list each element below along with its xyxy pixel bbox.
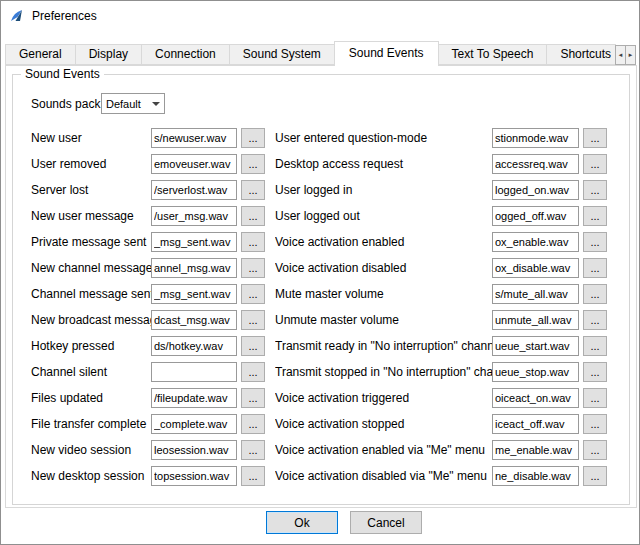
browse-button-right-2[interactable]: ... bbox=[583, 180, 607, 200]
sound-event-row-6: Channel message sent...Mute master volum… bbox=[31, 281, 607, 307]
tab-display[interactable]: Display bbox=[75, 44, 142, 65]
event-label-right-1: Desktop access request bbox=[275, 157, 492, 171]
browse-button-right-11[interactable]: ... bbox=[583, 414, 607, 434]
event-label-left-8: Hotkey pressed bbox=[31, 339, 151, 353]
sound-event-row-1: User removed...Desktop access request... bbox=[31, 151, 607, 177]
sound-event-row-8: Hotkey pressed...Transmit ready in "No i… bbox=[31, 333, 607, 359]
sound-file-input-left-8[interactable] bbox=[151, 336, 237, 356]
sound-file-input-right-7[interactable] bbox=[492, 310, 579, 330]
browse-button-right-7[interactable]: ... bbox=[583, 310, 607, 330]
browse-button-left-3[interactable]: ... bbox=[241, 206, 265, 226]
event-label-right-3: User logged out bbox=[275, 209, 492, 223]
sound-file-input-left-9[interactable] bbox=[151, 362, 237, 382]
browse-button-left-2[interactable]: ... bbox=[241, 180, 265, 200]
sound-file-input-left-6[interactable] bbox=[151, 284, 237, 304]
event-label-right-10: Voice activation triggered bbox=[275, 391, 492, 405]
browse-button-right-3[interactable]: ... bbox=[583, 206, 607, 226]
sound-file-input-right-11[interactable] bbox=[492, 414, 579, 434]
sounds-pack-select[interactable]: Default bbox=[101, 93, 165, 114]
sound-file-input-right-6[interactable] bbox=[492, 284, 579, 304]
sound-event-row-11: File transfer complete...Voice activatio… bbox=[31, 411, 607, 437]
sound-file-input-left-3[interactable] bbox=[151, 206, 237, 226]
event-label-right-9: Transmit stopped in "No interruption" ch… bbox=[275, 365, 492, 379]
sound-file-input-right-4[interactable] bbox=[492, 232, 579, 252]
browse-button-right-4[interactable]: ... bbox=[583, 232, 607, 252]
browse-button-right-12[interactable]: ... bbox=[583, 440, 607, 460]
sound-file-input-left-1[interactable] bbox=[151, 154, 237, 174]
sound-file-input-left-11[interactable] bbox=[151, 414, 237, 434]
sound-event-row-5: New channel message...Voice activation d… bbox=[31, 255, 607, 281]
sound-events-rows: New user...User entered question-mode...… bbox=[31, 125, 607, 489]
browse-button-right-13[interactable]: ... bbox=[583, 466, 607, 486]
cancel-button[interactable]: Cancel bbox=[350, 511, 422, 534]
browse-button-left-10[interactable]: ... bbox=[241, 388, 265, 408]
sound-file-input-left-4[interactable] bbox=[151, 232, 237, 252]
dropdown-arrow-icon bbox=[148, 102, 164, 106]
sound-file-input-right-8[interactable] bbox=[492, 336, 579, 356]
sounds-pack-row: Sounds pack Default bbox=[31, 93, 165, 114]
sound-file-input-left-0[interactable] bbox=[151, 128, 237, 148]
app-icon bbox=[9, 8, 25, 24]
event-label-left-13: New desktop session bbox=[31, 469, 151, 483]
browse-button-right-0[interactable]: ... bbox=[583, 128, 607, 148]
group-title: Sound Events bbox=[21, 67, 104, 81]
event-label-right-5: Voice activation disabled bbox=[275, 261, 492, 275]
browse-button-right-10[interactable]: ... bbox=[583, 388, 607, 408]
browse-button-right-1[interactable]: ... bbox=[583, 154, 607, 174]
browse-button-left-4[interactable]: ... bbox=[241, 232, 265, 252]
sound-file-input-left-12[interactable] bbox=[151, 440, 237, 460]
browse-button-right-6[interactable]: ... bbox=[583, 284, 607, 304]
tab-text-to-speech[interactable]: Text To Speech bbox=[438, 44, 548, 65]
browse-button-left-8[interactable]: ... bbox=[241, 336, 265, 356]
sound-file-input-right-2[interactable] bbox=[492, 180, 579, 200]
sound-file-input-right-13[interactable] bbox=[492, 466, 579, 486]
event-label-left-12: New video session bbox=[31, 443, 151, 457]
sound-file-input-right-12[interactable] bbox=[492, 440, 579, 460]
sound-file-input-right-10[interactable] bbox=[492, 388, 579, 408]
event-label-left-11: File transfer complete bbox=[31, 417, 151, 431]
sound-event-row-3: New user message...User logged out... bbox=[31, 203, 607, 229]
browse-button-left-6[interactable]: ... bbox=[241, 284, 265, 304]
tab-connection[interactable]: Connection bbox=[141, 44, 230, 65]
tab-bar: GeneralDisplayConnectionSound SystemSoun… bbox=[5, 41, 616, 66]
browse-button-right-8[interactable]: ... bbox=[583, 336, 607, 356]
sound-file-input-left-5[interactable] bbox=[151, 258, 237, 278]
sound-file-input-left-7[interactable] bbox=[151, 310, 237, 330]
tab-scroll-right-icon[interactable]: ► bbox=[625, 45, 636, 65]
sound-events-group: Sound Events Sounds pack Default New use… bbox=[12, 74, 630, 505]
sound-event-row-9: Channel silent...Transmit stopped in "No… bbox=[31, 359, 607, 385]
browse-button-left-12[interactable]: ... bbox=[241, 440, 265, 460]
tab-shortcuts[interactable]: Shortcuts bbox=[546, 44, 616, 65]
sound-file-input-right-0[interactable] bbox=[492, 128, 579, 148]
ok-button[interactable]: Ok bbox=[266, 511, 338, 534]
event-label-left-9: Channel silent bbox=[31, 365, 151, 379]
sound-file-input-left-2[interactable] bbox=[151, 180, 237, 200]
event-label-right-2: User logged in bbox=[275, 183, 492, 197]
browse-button-left-1[interactable]: ... bbox=[241, 154, 265, 174]
sound-file-input-right-3[interactable] bbox=[492, 206, 579, 226]
browse-button-left-5[interactable]: ... bbox=[241, 258, 265, 278]
sound-file-input-left-13[interactable] bbox=[151, 466, 237, 486]
browse-button-right-9[interactable]: ... bbox=[583, 362, 607, 382]
browse-button-left-9[interactable]: ... bbox=[241, 362, 265, 382]
browse-button-right-5[interactable]: ... bbox=[583, 258, 607, 278]
browse-button-left-0[interactable]: ... bbox=[241, 128, 265, 148]
tab-general[interactable]: General bbox=[5, 44, 76, 65]
browse-button-left-13[interactable]: ... bbox=[241, 466, 265, 486]
sound-event-row-7: New broadcast message...Unmute master vo… bbox=[31, 307, 607, 333]
event-label-left-6: Channel message sent bbox=[31, 287, 151, 301]
tab-sound-events[interactable]: Sound Events bbox=[334, 41, 439, 66]
event-label-right-0: User entered question-mode bbox=[275, 131, 492, 145]
event-label-left-2: Server lost bbox=[31, 183, 151, 197]
event-label-left-7: New broadcast message bbox=[31, 313, 151, 327]
sound-file-input-right-5[interactable] bbox=[492, 258, 579, 278]
sound-file-input-left-10[interactable] bbox=[151, 388, 237, 408]
event-label-right-11: Voice activation stopped bbox=[275, 417, 492, 431]
browse-button-left-7[interactable]: ... bbox=[241, 310, 265, 330]
dialog-buttons: Ok Cancel bbox=[1, 511, 639, 534]
tab-sound-system[interactable]: Sound System bbox=[229, 44, 335, 65]
sound-file-input-right-9[interactable] bbox=[492, 362, 579, 382]
browse-button-left-11[interactable]: ... bbox=[241, 414, 265, 434]
sound-event-row-13: New desktop session...Voice activation d… bbox=[31, 463, 607, 489]
sound-file-input-right-1[interactable] bbox=[492, 154, 579, 174]
